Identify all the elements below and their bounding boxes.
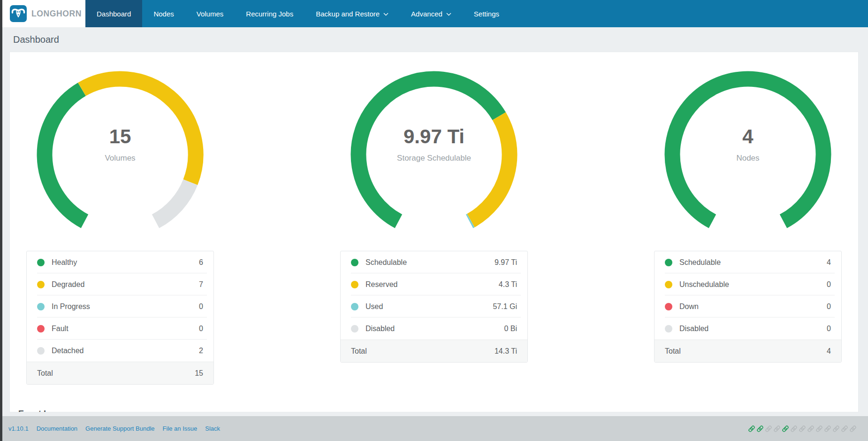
gauge-segment-degraded xyxy=(82,79,196,182)
legend-row-reserved: Reserved4.3 Ti xyxy=(341,273,527,295)
chevron-down-icon xyxy=(446,13,451,16)
chain-link-icon xyxy=(799,425,806,433)
nav-item-backup-and-restore[interactable]: Backup and Restore xyxy=(305,0,400,27)
legend-table: Healthy6Degraded7In Progress0Fault0Detac… xyxy=(26,251,214,385)
chain-link-icon xyxy=(832,425,840,433)
nav-item-label: Advanced xyxy=(411,10,442,18)
nav-item-advanced[interactable]: Advanced xyxy=(400,0,463,27)
chain-link-icon xyxy=(849,425,857,433)
legend-label: Degraded xyxy=(52,280,199,289)
legend-dot-icon xyxy=(665,303,672,310)
legend-row-healthy: Healthy6 xyxy=(27,251,213,273)
total-label: Total xyxy=(351,347,495,356)
gauge-segment-healthy xyxy=(45,89,84,221)
main-navigation: DashboardNodesVolumesRecurring JobsBacku… xyxy=(85,0,510,27)
footer-link-generate-support-bundle[interactable]: Generate Support Bundle xyxy=(85,425,154,432)
legend-value: 4 xyxy=(827,258,831,267)
legend-table: Schedulable9.97 TiReserved4.3 TiUsed57.1… xyxy=(340,251,528,363)
legend-value: 0 xyxy=(199,325,203,333)
legend-dot-icon xyxy=(351,259,358,266)
chain-link-icon xyxy=(815,425,823,433)
legend-value: 57.1 Gi xyxy=(493,302,517,311)
footer-link-slack[interactable]: Slack xyxy=(205,425,220,432)
legend-row-disabled: Disabled0 xyxy=(655,317,841,340)
nav-item-settings[interactable]: Settings xyxy=(463,0,510,27)
legend-row-disabled: Disabled0 Bi xyxy=(341,317,527,340)
gauge-segment-used xyxy=(470,221,471,222)
gauge-chart: 9.97 TiStorage Schedulable xyxy=(350,70,518,239)
legend-dot-icon xyxy=(351,281,358,288)
legend-row-fault: Fault0 xyxy=(27,317,213,340)
nav-item-dashboard[interactable]: Dashboard xyxy=(85,0,142,27)
legend-value: 0 xyxy=(827,302,831,311)
gauge-segment-schedulable xyxy=(358,79,499,221)
legend-value: 0 xyxy=(827,280,831,289)
legend-dot-icon xyxy=(37,347,45,355)
nav-item-label: Volumes xyxy=(197,10,224,18)
gauge-chart: 4Nodes xyxy=(663,70,832,239)
nav-item-label: Nodes xyxy=(153,10,174,18)
gauge-chart: 15Volumes xyxy=(36,70,205,239)
gauge-segment-reserved xyxy=(471,116,510,220)
brand-link[interactable]: LONGHORN xyxy=(0,0,85,27)
chain-link-icon xyxy=(807,425,815,433)
legend-row-used: Used57.1 Gi xyxy=(341,295,527,317)
legend-row-degraded: Degraded7 xyxy=(27,273,213,295)
legend-value: 0 xyxy=(827,325,831,333)
link-status-icons xyxy=(748,425,857,433)
nav-item-volumes[interactable]: Volumes xyxy=(185,0,235,27)
legend-total-row: Total15 xyxy=(27,362,213,384)
nav-item-nodes[interactable]: Nodes xyxy=(142,0,185,27)
chain-link-icon xyxy=(756,425,764,433)
legend-label: Disabled xyxy=(679,325,827,333)
footer-bar: v1.10.1 DocumentationGenerate Support Bu… xyxy=(0,416,868,441)
footer-links: v1.10.1 DocumentationGenerate Support Bu… xyxy=(8,425,220,432)
legend-row-detached: Detached2 xyxy=(27,340,213,362)
legend-label: Schedulable xyxy=(679,258,827,267)
legend-row-schedulable: Schedulable9.97 Ti xyxy=(341,251,527,273)
gauge-segment-schedulable xyxy=(672,79,823,221)
legend-value: 0 Bi xyxy=(504,325,517,333)
legend-total-row: Total4 xyxy=(655,340,841,362)
legend-dot-icon xyxy=(665,259,672,266)
legend-value: 2 xyxy=(199,347,203,355)
legend-dot-icon xyxy=(665,325,672,333)
legend-row-unschedulable: Unschedulable0 xyxy=(655,273,841,295)
chevron-down-icon xyxy=(383,13,388,16)
legend-label: In Progress xyxy=(52,302,199,311)
legend-table: Schedulable4Unschedulable0Down0Disabled0… xyxy=(654,251,842,363)
legend-label: Detached xyxy=(52,347,199,355)
legend-value: 9.97 Ti xyxy=(495,258,517,267)
footer-link-documentation[interactable]: Documentation xyxy=(37,425,77,432)
legend-label: Healthy xyxy=(52,258,199,267)
legend-dot-icon xyxy=(665,281,672,288)
event-log-heading: Event Log xyxy=(18,409,858,412)
legend-dot-icon xyxy=(37,281,45,288)
nav-item-label: Backup and Restore xyxy=(316,10,380,18)
total-label: Total xyxy=(37,369,195,378)
legend-label: Down xyxy=(679,302,827,311)
total-value: 15 xyxy=(195,369,203,378)
legend-label: Used xyxy=(365,302,493,311)
legend-label: Unschedulable xyxy=(679,280,827,289)
legend-value: 7 xyxy=(199,280,203,289)
footer-link-file-an-issue[interactable]: File an Issue xyxy=(163,425,198,432)
legend-label: Schedulable xyxy=(365,258,495,267)
nav-item-recurring-jobs[interactable]: Recurring Jobs xyxy=(235,0,305,27)
dashboard-card: 15VolumesHealthy6Degraded7In Progress0Fa… xyxy=(9,52,859,412)
legend-row-in-progress: In Progress0 xyxy=(27,295,213,317)
nav-item-label: Dashboard xyxy=(97,10,131,18)
chain-link-icon xyxy=(782,425,789,433)
brand-name: LONGHORN xyxy=(31,9,82,19)
legend-label: Reserved xyxy=(365,280,499,289)
legend-value: 6 xyxy=(199,258,203,267)
chain-link-icon xyxy=(790,425,798,433)
total-value: 14.3 Ti xyxy=(495,347,517,356)
gauge-panel-nodes: 4NodesSchedulable4Unschedulable0Down0Dis… xyxy=(654,70,842,385)
gauge-panel-volumes: 15VolumesHealthy6Degraded7In Progress0Fa… xyxy=(26,70,214,385)
longhorn-logo-icon xyxy=(10,5,27,22)
nav-item-label: Settings xyxy=(474,10,499,18)
legend-value: 4.3 Ti xyxy=(499,280,517,289)
legend-total-row: Total14.3 Ti xyxy=(341,340,527,362)
total-label: Total xyxy=(665,347,827,356)
